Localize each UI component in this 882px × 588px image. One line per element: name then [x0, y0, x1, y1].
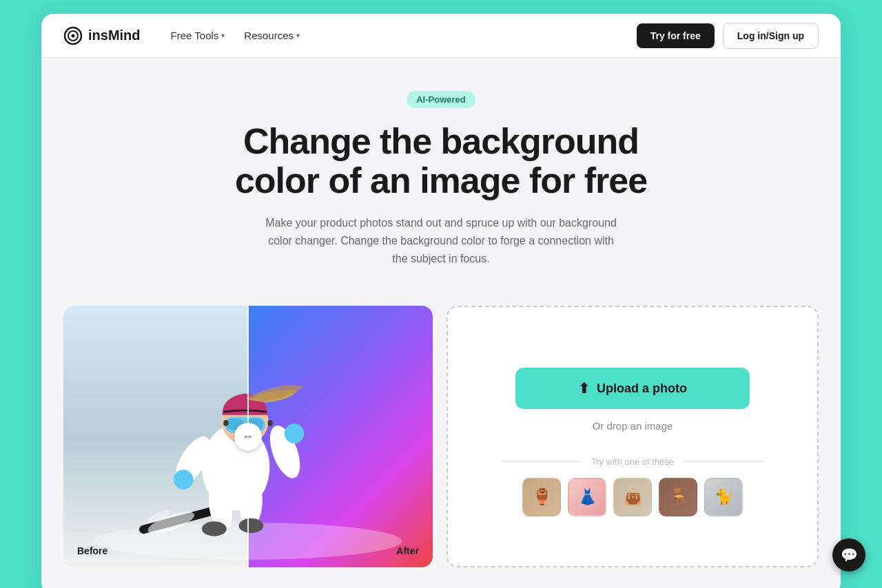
before-label: Before [77, 545, 107, 556]
before-after-slider[interactable]: ↔ Before After [63, 306, 433, 567]
sample-thumb-1[interactable]: 🏺 [522, 478, 561, 516]
chevron-down-icon: ▾ [221, 32, 225, 39]
svg-point-9 [285, 423, 305, 443]
sample-thumb-3[interactable]: 👜 [613, 478, 652, 516]
content-area: ↔ Before After ⬆ Upload a photo Or drop … [41, 289, 841, 588]
svg-point-7 [174, 470, 194, 490]
logo-icon [63, 26, 83, 45]
sample-thumb-4[interactable]: 🪑 [659, 478, 697, 516]
chevron-down-icon: ▾ [296, 32, 300, 39]
upload-icon: ⬆ [578, 380, 590, 397]
ai-powered-badge: AI-Powered [407, 91, 475, 108]
svg-point-2 [72, 34, 75, 37]
main-container: insMind Free Tools ▾ Resources ▾ Try for… [41, 14, 841, 588]
sample-thumb-2[interactable]: 👗 [568, 478, 606, 516]
upload-photo-button[interactable]: ⬆ Upload a photo [515, 368, 750, 409]
after-label: After [396, 545, 419, 556]
svg-point-12 [202, 521, 227, 536]
svg-rect-18 [223, 420, 228, 426]
chat-support-button[interactable]: 💬 [832, 538, 865, 571]
chat-icon: 💬 [841, 547, 858, 563]
navbar: insMind Free Tools ▾ Resources ▾ Try for… [41, 14, 841, 58]
upload-panel: ⬆ Upload a photo Or drop an image Try wi… [447, 306, 819, 567]
slider-handle[interactable]: ↔ [234, 423, 262, 450]
hero-section: AI-Powered Change the background color o… [41, 58, 841, 289]
resources-menu[interactable]: Resources ▾ [236, 25, 308, 45]
hero-title: Change the background color of an image … [55, 122, 827, 200]
hero-subtitle: Make your product photos stand out and s… [262, 214, 620, 267]
nav-links: Free Tools ▾ Resources ▾ [163, 25, 308, 45]
navbar-left: insMind Free Tools ▾ Resources ▾ [63, 25, 308, 45]
sample-images-row: 🏺 👗 👜 🪑 🐈 [522, 478, 743, 516]
try-free-button[interactable]: Try for free [637, 23, 715, 48]
svg-point-13 [239, 518, 264, 533]
navbar-right: Try for free Log in/Sign up [637, 23, 819, 49]
drop-text: Or drop an image [593, 420, 673, 432]
free-tools-menu[interactable]: Free Tools ▾ [163, 25, 234, 45]
login-button[interactable]: Log in/Sign up [723, 23, 819, 49]
upload-btn-label: Upload a photo [597, 381, 687, 396]
logo: insMind [63, 26, 141, 45]
samples-divider: Try with one of these [502, 456, 763, 467]
brand-name: insMind [88, 28, 141, 43]
sample-thumb-5[interactable]: 🐈 [704, 478, 743, 516]
svg-rect-19 [268, 420, 273, 426]
